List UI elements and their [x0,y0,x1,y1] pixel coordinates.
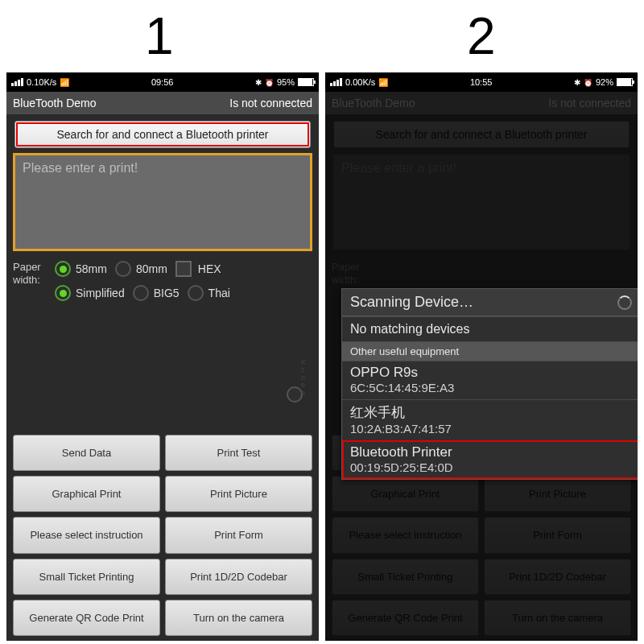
battery-icon [298,78,314,86]
print-form-button[interactable]: Print Form [165,517,312,553]
device-mac: 00:19:5D:25:E4:0D [350,460,632,474]
device-row[interactable]: 红米手机 10:2A:B3:A7:41:57 [342,399,638,440]
status-bar: 0.10K/s 09:56 95% [6,72,319,92]
radio-icon [133,285,149,301]
bluetooth-icon [255,77,262,87]
clock: 10:55 [470,77,493,87]
graphical-print-button[interactable]: Graphical Print [13,476,160,512]
device-row-bluetooth-printer[interactable]: Bluetooth Printer 00:19:5D:25:E4:0D [342,440,638,479]
camera-button[interactable]: Turn on the camera [165,600,312,636]
device-name: Bluetooth Printer [350,444,632,460]
screen-1: 0.10K/s 09:56 95% BlueTooth Demo Is not … [6,72,319,641]
paper-width-label: Paper width: [13,261,41,286]
alarm-icon [584,77,592,87]
battery-percent: 95% [277,77,295,87]
device-mac: 6C:5C:14:45:9E:A3 [350,381,632,394]
battery-icon [617,78,633,86]
wifi-icon [378,77,388,87]
screen-2: 0.00K/s 10:55 92% BlueTooth Demo Is not … [325,72,638,641]
enc-big5-option[interactable]: BIG5 [133,285,180,301]
net-speed: 0.10K/s [27,77,56,87]
signal-icon [11,78,23,86]
extra-radio[interactable] [287,386,303,402]
dialog-title: Scanning Device… [350,294,473,311]
battery-percent: 92% [596,77,613,87]
search-printer-button[interactable]: Search for and connect a Bluetooth print… [14,121,311,148]
spinner-icon [617,295,632,310]
device-name: 红米手机 [350,403,632,422]
title-bar: BlueTooth Demo Is not connected [6,92,319,114]
step-label-1: 1 [145,6,174,66]
device-row[interactable]: OPPO R9s 6C:5C:14:45:9E:A3 [342,361,638,399]
radio-icon [55,285,71,301]
other-equipment-header: Other useful equipment [342,341,638,361]
hex-checkbox[interactable]: HEX [175,261,221,277]
app-title: BlueTooth Demo [13,97,97,109]
device-mac: 10:2A:B3:A7:41:57 [350,422,632,436]
radio-icon [188,285,204,301]
action-button-grid: Send Data Print Test Graphical Print Pri… [6,435,319,641]
checkbox-icon [175,261,192,277]
enc-simplified-option[interactable]: Simplified [55,285,125,301]
paper-58mm-option[interactable]: 58mm [55,261,107,277]
small-ticket-button[interactable]: Small Ticket Printing [13,559,160,595]
clock: 09:56 [151,77,174,87]
device-name: OPPO R9s [350,365,632,381]
no-matching-row: No matching devices [342,316,638,341]
wifi-icon [60,77,69,87]
alarm-icon [265,77,274,87]
print-test-button[interactable]: Print Test [165,435,312,471]
step-label-2: 2 [467,6,496,66]
enc-thai-option[interactable]: Thai [188,285,230,301]
signal-icon [330,78,342,86]
scanning-dialog: Scanning Device… No matching devices Oth… [341,288,638,480]
connection-state: Is not connected [229,97,312,109]
print-picture-button[interactable]: Print Picture [165,476,312,512]
radio-icon [115,261,131,277]
print-text-input[interactable]: Please enter a print! [14,155,311,250]
print-text-placeholder: Please enter a print! [23,161,138,175]
status-bar: 0.00K/s 10:55 92% [325,72,638,92]
generate-qr-button[interactable]: Generate QR Code Print [13,600,160,636]
net-speed: 0.00K/s [345,77,375,87]
select-instruction-button[interactable]: Please select instruction [13,517,160,553]
search-printer-label: Search for and connect a Bluetooth print… [56,128,268,141]
radio-icon [55,261,71,277]
cropped-side-text: K c n e a [301,359,314,397]
print-codebar-button[interactable]: Print 1D/2D Codebar [165,559,312,595]
send-data-button[interactable]: Send Data [13,435,160,471]
paper-80mm-option[interactable]: 80mm [115,261,167,277]
bluetooth-icon [574,77,580,87]
